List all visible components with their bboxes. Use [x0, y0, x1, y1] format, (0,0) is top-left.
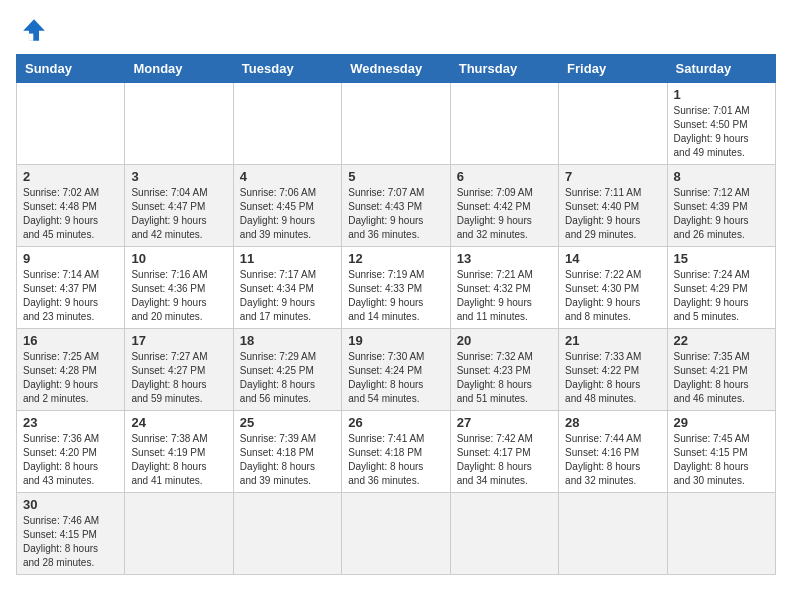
day-cell: [125, 83, 233, 165]
page-header: [16, 16, 776, 44]
day-number: 21: [565, 333, 660, 348]
day-cell: 15Sunrise: 7:24 AM Sunset: 4:29 PM Dayli…: [667, 247, 775, 329]
day-info: Sunrise: 7:21 AM Sunset: 4:32 PM Dayligh…: [457, 268, 552, 324]
svg-rect-1: [29, 34, 33, 41]
day-info: Sunrise: 7:39 AM Sunset: 4:18 PM Dayligh…: [240, 432, 335, 488]
day-header-saturday: Saturday: [667, 55, 775, 83]
day-number: 27: [457, 415, 552, 430]
day-info: Sunrise: 7:24 AM Sunset: 4:29 PM Dayligh…: [674, 268, 769, 324]
logo: [16, 16, 56, 44]
day-header-sunday: Sunday: [17, 55, 125, 83]
day-info: Sunrise: 7:01 AM Sunset: 4:50 PM Dayligh…: [674, 104, 769, 160]
day-info: Sunrise: 7:14 AM Sunset: 4:37 PM Dayligh…: [23, 268, 118, 324]
logo-icon: [16, 16, 52, 44]
day-number: 22: [674, 333, 769, 348]
day-number: 28: [565, 415, 660, 430]
day-number: 12: [348, 251, 443, 266]
day-cell: 23Sunrise: 7:36 AM Sunset: 4:20 PM Dayli…: [17, 411, 125, 493]
day-cell: 29Sunrise: 7:45 AM Sunset: 4:15 PM Dayli…: [667, 411, 775, 493]
day-info: Sunrise: 7:19 AM Sunset: 4:33 PM Dayligh…: [348, 268, 443, 324]
day-cell: [559, 493, 667, 575]
week-row-3: 9Sunrise: 7:14 AM Sunset: 4:37 PM Daylig…: [17, 247, 776, 329]
day-number: 29: [674, 415, 769, 430]
day-number: 13: [457, 251, 552, 266]
day-cell: 3Sunrise: 7:04 AM Sunset: 4:47 PM Daylig…: [125, 165, 233, 247]
day-cell: 13Sunrise: 7:21 AM Sunset: 4:32 PM Dayli…: [450, 247, 558, 329]
day-cell: 4Sunrise: 7:06 AM Sunset: 4:45 PM Daylig…: [233, 165, 341, 247]
day-cell: 10Sunrise: 7:16 AM Sunset: 4:36 PM Dayli…: [125, 247, 233, 329]
day-info: Sunrise: 7:35 AM Sunset: 4:21 PM Dayligh…: [674, 350, 769, 406]
day-cell: 28Sunrise: 7:44 AM Sunset: 4:16 PM Dayli…: [559, 411, 667, 493]
day-number: 19: [348, 333, 443, 348]
day-cell: 7Sunrise: 7:11 AM Sunset: 4:40 PM Daylig…: [559, 165, 667, 247]
day-cell: [450, 493, 558, 575]
day-number: 17: [131, 333, 226, 348]
day-info: Sunrise: 7:45 AM Sunset: 4:15 PM Dayligh…: [674, 432, 769, 488]
day-info: Sunrise: 7:07 AM Sunset: 4:43 PM Dayligh…: [348, 186, 443, 242]
day-header-monday: Monday: [125, 55, 233, 83]
day-number: 23: [23, 415, 118, 430]
day-info: Sunrise: 7:32 AM Sunset: 4:23 PM Dayligh…: [457, 350, 552, 406]
day-cell: [559, 83, 667, 165]
day-cell: 24Sunrise: 7:38 AM Sunset: 4:19 PM Dayli…: [125, 411, 233, 493]
day-header-tuesday: Tuesday: [233, 55, 341, 83]
day-number: 26: [348, 415, 443, 430]
day-number: 24: [131, 415, 226, 430]
day-cell: 21Sunrise: 7:33 AM Sunset: 4:22 PM Dayli…: [559, 329, 667, 411]
day-info: Sunrise: 7:36 AM Sunset: 4:20 PM Dayligh…: [23, 432, 118, 488]
day-number: 16: [23, 333, 118, 348]
day-info: Sunrise: 7:41 AM Sunset: 4:18 PM Dayligh…: [348, 432, 443, 488]
day-number: 30: [23, 497, 118, 512]
day-cell: 18Sunrise: 7:29 AM Sunset: 4:25 PM Dayli…: [233, 329, 341, 411]
day-number: 14: [565, 251, 660, 266]
svg-marker-0: [23, 19, 45, 41]
day-cell: 8Sunrise: 7:12 AM Sunset: 4:39 PM Daylig…: [667, 165, 775, 247]
day-info: Sunrise: 7:42 AM Sunset: 4:17 PM Dayligh…: [457, 432, 552, 488]
day-cell: [667, 493, 775, 575]
day-header-thursday: Thursday: [450, 55, 558, 83]
day-info: Sunrise: 7:09 AM Sunset: 4:42 PM Dayligh…: [457, 186, 552, 242]
day-info: Sunrise: 7:12 AM Sunset: 4:39 PM Dayligh…: [674, 186, 769, 242]
day-info: Sunrise: 7:22 AM Sunset: 4:30 PM Dayligh…: [565, 268, 660, 324]
day-cell: 19Sunrise: 7:30 AM Sunset: 4:24 PM Dayli…: [342, 329, 450, 411]
day-info: Sunrise: 7:29 AM Sunset: 4:25 PM Dayligh…: [240, 350, 335, 406]
day-info: Sunrise: 7:46 AM Sunset: 4:15 PM Dayligh…: [23, 514, 118, 570]
week-row-4: 16Sunrise: 7:25 AM Sunset: 4:28 PM Dayli…: [17, 329, 776, 411]
day-cell: [342, 83, 450, 165]
week-row-5: 23Sunrise: 7:36 AM Sunset: 4:20 PM Dayli…: [17, 411, 776, 493]
day-cell: 27Sunrise: 7:42 AM Sunset: 4:17 PM Dayli…: [450, 411, 558, 493]
day-number: 5: [348, 169, 443, 184]
day-cell: [233, 493, 341, 575]
day-cell: 6Sunrise: 7:09 AM Sunset: 4:42 PM Daylig…: [450, 165, 558, 247]
day-cell: 26Sunrise: 7:41 AM Sunset: 4:18 PM Dayli…: [342, 411, 450, 493]
day-info: Sunrise: 7:06 AM Sunset: 4:45 PM Dayligh…: [240, 186, 335, 242]
day-cell: 11Sunrise: 7:17 AM Sunset: 4:34 PM Dayli…: [233, 247, 341, 329]
week-row-1: 1Sunrise: 7:01 AM Sunset: 4:50 PM Daylig…: [17, 83, 776, 165]
day-number: 7: [565, 169, 660, 184]
day-cell: 30Sunrise: 7:46 AM Sunset: 4:15 PM Dayli…: [17, 493, 125, 575]
day-info: Sunrise: 7:38 AM Sunset: 4:19 PM Dayligh…: [131, 432, 226, 488]
day-number: 8: [674, 169, 769, 184]
day-cell: 12Sunrise: 7:19 AM Sunset: 4:33 PM Dayli…: [342, 247, 450, 329]
day-cell: [233, 83, 341, 165]
day-cell: 9Sunrise: 7:14 AM Sunset: 4:37 PM Daylig…: [17, 247, 125, 329]
day-number: 4: [240, 169, 335, 184]
day-info: Sunrise: 7:11 AM Sunset: 4:40 PM Dayligh…: [565, 186, 660, 242]
day-number: 15: [674, 251, 769, 266]
day-info: Sunrise: 7:30 AM Sunset: 4:24 PM Dayligh…: [348, 350, 443, 406]
day-number: 6: [457, 169, 552, 184]
day-info: Sunrise: 7:33 AM Sunset: 4:22 PM Dayligh…: [565, 350, 660, 406]
day-info: Sunrise: 7:17 AM Sunset: 4:34 PM Dayligh…: [240, 268, 335, 324]
day-number: 11: [240, 251, 335, 266]
days-header-row: SundayMondayTuesdayWednesdayThursdayFrid…: [17, 55, 776, 83]
day-number: 10: [131, 251, 226, 266]
calendar: SundayMondayTuesdayWednesdayThursdayFrid…: [16, 54, 776, 575]
day-info: Sunrise: 7:44 AM Sunset: 4:16 PM Dayligh…: [565, 432, 660, 488]
day-info: Sunrise: 7:25 AM Sunset: 4:28 PM Dayligh…: [23, 350, 118, 406]
day-cell: [17, 83, 125, 165]
day-cell: 5Sunrise: 7:07 AM Sunset: 4:43 PM Daylig…: [342, 165, 450, 247]
day-info: Sunrise: 7:27 AM Sunset: 4:27 PM Dayligh…: [131, 350, 226, 406]
day-number: 18: [240, 333, 335, 348]
day-cell: 14Sunrise: 7:22 AM Sunset: 4:30 PM Dayli…: [559, 247, 667, 329]
day-number: 20: [457, 333, 552, 348]
